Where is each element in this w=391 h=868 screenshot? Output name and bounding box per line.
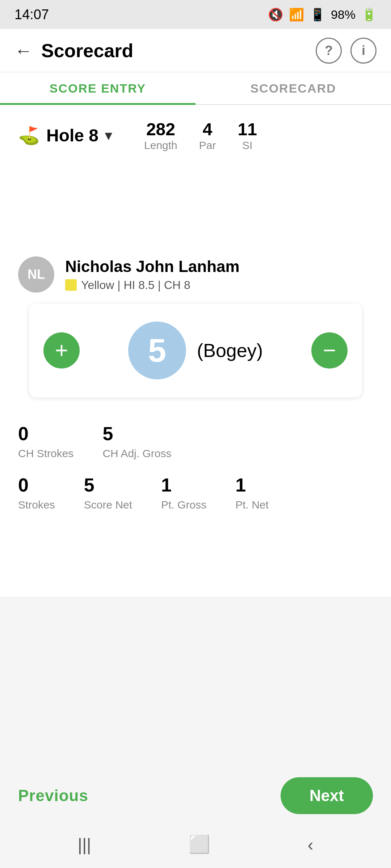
hole-info: ⛳ Hole 8 ▾ 282 Length 4 Par 11 SI: [0, 105, 391, 162]
previous-button[interactable]: Previous: [18, 787, 88, 805]
score-net-label: Score Net: [84, 499, 132, 511]
player-header: NL Nicholas John Lanham Yellow | HI 8.5 …: [18, 256, 373, 293]
hole-par: 4 Par: [199, 119, 216, 152]
player-meta: Yellow | HI 8.5 | CH 8: [65, 278, 240, 292]
score-net-value: 5: [84, 474, 132, 496]
score-entry-card: 5 (Bogey): [29, 303, 362, 397]
status-time: 14:07: [14, 7, 49, 22]
battery-text: 98%: [331, 8, 356, 22]
decrement-score-button[interactable]: [311, 332, 348, 369]
tabs: SCORE ENTRY SCORECARD: [0, 72, 391, 105]
hole-si: 11 SI: [238, 119, 257, 152]
hole-length-label: Length: [144, 139, 177, 152]
pt-net-cell: 1 Pt. Net: [235, 474, 269, 511]
pt-gross-label: Pt. Gross: [161, 499, 206, 511]
stats-row-1: 0 CH Strokes 5 CH Adj. Gross: [18, 423, 373, 460]
player-section: NL Nicholas John Lanham Yellow | HI 8.5 …: [0, 242, 391, 405]
status-bar: 14:07 🔇 📶 📱 98% 🔋: [0, 0, 391, 29]
player-info: Nicholas John Lanham Yellow | HI 8.5 | C…: [65, 258, 240, 292]
tab-scorecard[interactable]: SCORECARD: [196, 72, 391, 104]
ch-adj-gross-cell: 5 CH Adj. Gross: [102, 423, 171, 460]
ch-strokes-value: 0: [18, 423, 73, 444]
hole-par-label: Par: [199, 139, 216, 152]
app-bar-title: Scorecard: [41, 40, 133, 61]
score-display: 5 (Bogey): [128, 322, 263, 379]
ch-strokes-label: CH Strokes: [18, 447, 73, 460]
battery-icon: 🔋: [361, 7, 377, 22]
strokes-cell: 0 Strokes: [18, 474, 55, 511]
home-icon[interactable]: ⬜: [189, 834, 210, 855]
app-bar: ← Scorecard ? i: [0, 29, 391, 72]
android-nav-bar: ||| ⬜ ‹: [0, 821, 391, 868]
golf-flag-icon: ⛳: [18, 125, 40, 146]
score-circle: 5: [128, 322, 186, 379]
pt-gross-cell: 1 Pt. Gross: [161, 474, 206, 511]
hole-length-value: 282: [146, 119, 175, 139]
stats-section: 0 CH Strokes 5 CH Adj. Gross 0 Strokes 5…: [0, 405, 391, 536]
bottom-navigation: Previous Next: [0, 770, 391, 821]
help-button[interactable]: ?: [316, 38, 342, 64]
score-net-cell: 5 Score Net: [84, 474, 132, 511]
ch-adj-gross-label: CH Adj. Gross: [102, 447, 171, 460]
hole-par-value: 4: [203, 119, 213, 139]
wifi-icon: 📶: [289, 7, 304, 22]
back-nav-icon[interactable]: ‹: [308, 835, 314, 855]
app-bar-right: ? i: [316, 38, 377, 64]
app-bar-left: ← Scorecard: [14, 40, 133, 61]
recent-apps-icon[interactable]: |||: [77, 835, 91, 855]
avatar: NL: [18, 256, 54, 293]
pt-net-label: Pt. Net: [235, 499, 269, 511]
stats-row-2: 0 Strokes 5 Score Net 1 Pt. Gross 1 Pt. …: [18, 474, 373, 511]
avatar-initials: NL: [28, 267, 45, 282]
mute-icon: 🔇: [268, 7, 283, 22]
hole-si-value: 11: [238, 119, 257, 139]
plus-icon: [52, 341, 71, 360]
hole-length: 282 Length: [144, 119, 177, 152]
info-icon: i: [362, 43, 365, 58]
player-meta-text: Yellow | HI 8.5 | CH 8: [81, 278, 190, 292]
increment-score-button[interactable]: [43, 332, 80, 369]
color-badge: [65, 279, 77, 291]
ch-adj-gross-value: 5: [102, 423, 171, 444]
player-name: Nicholas John Lanham: [65, 258, 240, 276]
hole-label-text: Hole 8: [46, 125, 98, 145]
strokes-label: Strokes: [18, 499, 55, 511]
tab-score-entry[interactable]: SCORE ENTRY: [0, 72, 196, 104]
hole-si-label: SI: [242, 139, 252, 152]
pt-net-value: 1: [235, 474, 269, 496]
chevron-down-icon: ▾: [105, 128, 112, 143]
minus-icon: [320, 341, 339, 360]
content-spacer: [0, 162, 391, 242]
pt-gross-value: 1: [161, 474, 206, 496]
question-icon: ?: [325, 43, 333, 58]
status-icons: 🔇 📶 📱 98% 🔋: [268, 7, 377, 22]
ch-strokes-cell: 0 CH Strokes: [18, 423, 73, 460]
hole-stats: 282 Length 4 Par 11 SI: [144, 119, 257, 152]
next-button[interactable]: Next: [281, 777, 373, 814]
signal-icon: 📱: [310, 7, 325, 22]
hole-selector[interactable]: ⛳ Hole 8 ▾: [18, 125, 112, 146]
back-button[interactable]: ←: [14, 40, 33, 61]
info-button[interactable]: i: [350, 38, 377, 64]
strokes-value: 0: [18, 474, 55, 496]
score-value: 5: [148, 332, 166, 369]
score-description: (Bogey): [197, 340, 263, 361]
